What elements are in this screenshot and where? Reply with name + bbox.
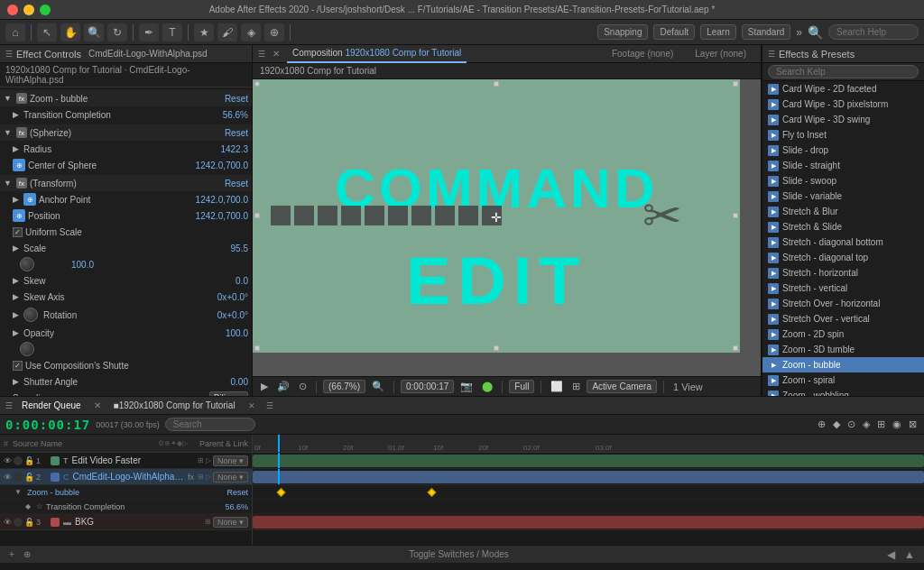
layer-1-parent[interactable]: None ▾: [213, 455, 248, 466]
sb-add-btn[interactable]: +: [9, 549, 14, 559]
zoom-dropdown[interactable]: (66.7%): [323, 380, 365, 393]
timeline-search[interactable]: [165, 418, 255, 431]
sampling-dropdown[interactable]: Bilinear: [209, 391, 248, 397]
preset-item-cardwipe3dswing[interactable]: ▶ Card Wipe - 3D swing: [762, 112, 924, 127]
use-comp-shutter[interactable]: ✓: [13, 361, 23, 371]
camera-icon[interactable]: 📷: [457, 381, 476, 392]
zoom-tool[interactable]: 🔍: [84, 23, 104, 41]
maximize-button[interactable]: [40, 5, 51, 15]
layer-3-lock[interactable]: 🔓: [24, 518, 34, 527]
grid-btn[interactable]: ⊞: [569, 381, 583, 392]
scale-sub-value[interactable]: 100.0: [40, 260, 94, 270]
scale-value[interactable]: 95.5: [194, 244, 248, 253]
preset-item-slide-drop[interactable]: ▶ Slide - drop: [762, 142, 924, 158]
text-tool[interactable]: T: [162, 23, 182, 41]
sb-icon-btn[interactable]: ⊕: [23, 549, 31, 559]
preset-item-stretch-blur[interactable]: ▶ Stretch & Blur: [762, 204, 924, 219]
preset-item-cardwipe2d[interactable]: ▶ Card Wipe - 2D faceted: [762, 81, 924, 97]
layer-2-lock[interactable]: 🔓: [24, 473, 34, 482]
rotate-tool[interactable]: ↻: [107, 23, 127, 41]
presets-search-input[interactable]: [768, 65, 919, 78]
preset-item-cardwipe3d[interactable]: ▶ Card Wipe - 3D pixelstorm: [762, 97, 924, 112]
fx-transform-reset[interactable]: Reset: [225, 179, 248, 188]
preset-item-stretch-vert[interactable]: ▶ Stretch - vertical: [762, 280, 924, 296]
preset-item-zoom-bubble[interactable]: ▶ Zoom - bubble: [762, 357, 924, 372]
preset-item-slide-variable[interactable]: ▶ Slide - variable: [762, 188, 924, 204]
fx-spherize-header[interactable]: ▼ fx (Spherize) Reset: [0, 124, 252, 141]
render-queue-tab[interactable]: Render Queue: [16, 397, 87, 415]
uniform-scale-checkbox[interactable]: ✓: [13, 227, 23, 237]
learn-button[interactable]: Learn: [700, 24, 736, 40]
preset-item-zoom-3dtumble[interactable]: ▶ Zoom - 3D tumble: [762, 342, 924, 357]
radius-value[interactable]: 1422.3: [194, 144, 248, 154]
standard-button[interactable]: Standard: [742, 24, 791, 40]
timecode-display[interactable]: 0:00:00:17: [401, 380, 454, 393]
transition-completion-value[interactable]: 56.6%: [194, 110, 248, 120]
preset-item-flyinset[interactable]: ▶ Fly to Inset: [762, 127, 924, 142]
puppet-tool[interactable]: ⊕: [264, 23, 284, 41]
track-bar-2[interactable]: [253, 471, 924, 483]
sb-arrow-left[interactable]: ◀: [887, 548, 895, 561]
preset-item-zoom-2dspin[interactable]: ▶ Zoom - 2D spin: [762, 326, 924, 342]
brush-tool[interactable]: 🖌: [217, 23, 237, 41]
zoom-icon[interactable]: 🔍: [369, 381, 387, 392]
tl-ctrl-1[interactable]: ⊕: [816, 418, 827, 430]
timecode[interactable]: 0:00:00:17: [5, 418, 90, 432]
preset-item-stretch-slide[interactable]: ▶ Stretch & Slide: [762, 219, 924, 234]
sb-arrow-up[interactable]: ▲: [904, 548, 915, 561]
play-btn[interactable]: ▶: [258, 381, 271, 392]
close-button[interactable]: [7, 5, 18, 15]
preset-item-stretchover-vert[interactable]: ▶ Stretch Over - vertical: [762, 311, 924, 326]
shape-tool[interactable]: ★: [194, 23, 214, 41]
scale-knob[interactable]: [20, 257, 34, 271]
home-button[interactable]: ⌂: [5, 23, 25, 41]
color-swatch[interactable]: ⬤: [479, 381, 495, 392]
search-help-input[interactable]: [836, 27, 904, 37]
layer-1-eye[interactable]: 👁: [4, 456, 12, 465]
comp-timeline-tab[interactable]: ■ 1920x1080 Comp for Tutorial: [108, 397, 241, 415]
rotation-knob[interactable]: [23, 308, 38, 322]
preset-item-stretchover-horiz[interactable]: ▶ Stretch Over - horizontal: [762, 296, 924, 311]
layer-1[interactable]: 👁 🔓 1 T Edit Video Faster ⊞ ▷ None ▾: [0, 453, 252, 469]
preset-item-stretch-diagbot[interactable]: ▶ Stretch - diagonal bottom: [762, 234, 924, 250]
resolution-dropdown[interactable]: Full: [509, 380, 534, 393]
clone-tool[interactable]: ◈: [241, 23, 261, 41]
layer-2-solo[interactable]: [14, 473, 23, 482]
layer-2-parent[interactable]: None ▾: [213, 472, 248, 483]
default-view-button[interactable]: Default: [653, 24, 695, 40]
region-btn[interactable]: ⬜: [548, 381, 566, 392]
tl-ctrl-2[interactable]: ◆: [831, 418, 842, 430]
layer-3-parent[interactable]: None ▾: [213, 517, 248, 528]
tl-ctrl-4[interactable]: ◈: [861, 418, 872, 430]
preset-item-stretch-diagtop[interactable]: ▶ Stretch - diagonal top: [762, 250, 924, 265]
audio-btn[interactable]: 🔊: [274, 381, 292, 392]
track-bar-1[interactable]: [253, 455, 924, 467]
comp-close-icon[interactable]: ✕: [269, 49, 283, 59]
pen-tool[interactable]: ✒: [139, 23, 159, 41]
tl-ctrl-5[interactable]: ⊞: [875, 418, 887, 430]
track-bar-3[interactable]: [253, 516, 924, 529]
keyframe-1[interactable]: [277, 488, 286, 497]
tl-ctrl-3[interactable]: ⊙: [845, 418, 857, 430]
fx-zoom-reset[interactable]: Reset: [225, 94, 248, 104]
position-value[interactable]: 1242.0,700.0: [194, 211, 248, 221]
preset-item-zoom-spiral[interactable]: ▶ Zoom - spiral: [762, 372, 924, 388]
preset-item-stretch-horiz[interactable]: ▶ Stretch - horizontal: [762, 265, 924, 280]
layer-3-eye[interactable]: 👁: [4, 518, 12, 527]
hand-tool[interactable]: ✋: [60, 23, 80, 41]
opacity-knob[interactable]: [20, 342, 34, 356]
tl-menu-icon[interactable]: ☰: [263, 401, 277, 410]
view-count[interactable]: 1 View: [670, 382, 706, 392]
fx-transform-header[interactable]: ▼ fx (Transform) Reset: [0, 175, 252, 191]
layer-3-solo[interactable]: [14, 518, 23, 527]
snapping-button[interactable]: Snapping: [597, 24, 648, 40]
minimize-button[interactable]: [23, 5, 34, 15]
layer-1-solo[interactable]: [14, 456, 23, 465]
search-icon[interactable]: 🔍: [808, 25, 823, 40]
anchor-value[interactable]: 1242.0,700.0: [194, 195, 248, 205]
layer-2[interactable]: 👁 🔓 2 C CmdEdit-Logo-WithAlpha.psd fx ⊞ …: [0, 469, 252, 485]
shutter-angle-value[interactable]: 0.00: [194, 377, 248, 387]
skew-value[interactable]: 0.0: [194, 276, 248, 286]
prop-sub-val[interactable]: 56.6%: [225, 502, 248, 511]
preset-item-slide-swoop[interactable]: ▶ Slide - swoop: [762, 173, 924, 188]
